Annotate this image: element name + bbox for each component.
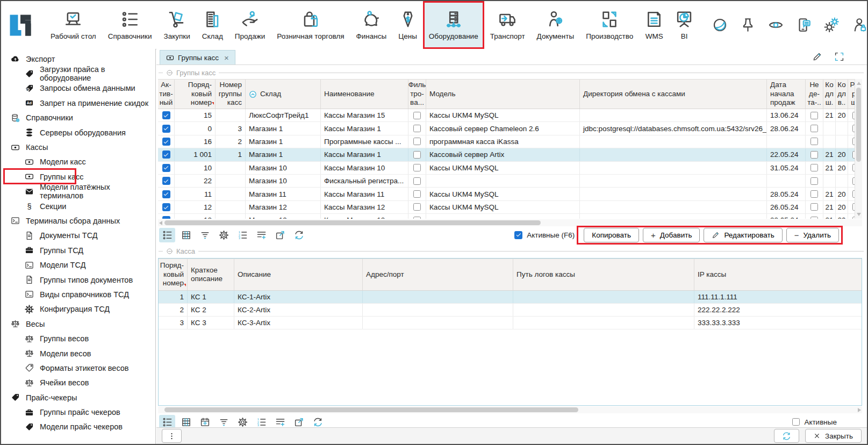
active-filter-checkbox[interactable] [792, 418, 800, 426]
column-header-ip[interactable]: IP кассы [694, 259, 862, 290]
tab-groups-kass[interactable]: Группы касс × [160, 50, 235, 64]
sidebar-item[interactable]: Кассы [1, 140, 155, 154]
gear-icon[interactable] [216, 228, 232, 242]
cell-ne[interactable] [805, 148, 823, 161]
sidebar-item[interactable]: Модели весов [1, 346, 155, 361]
column-header-addr[interactable]: Адрес/порт [362, 259, 513, 290]
sidebar-item[interactable]: Группы весов [1, 331, 155, 346]
column-header-short[interactable]: Краткое описание [187, 259, 234, 290]
column-header-order[interactable]: Поряд- ковый номер [174, 80, 215, 109]
list-add-icon[interactable] [253, 228, 269, 242]
row-checkbox[interactable] [162, 150, 170, 159]
cell-active[interactable] [158, 122, 174, 134]
row-checkbox[interactable] [413, 151, 421, 159]
clock-icon[interactable] [712, 17, 728, 33]
row-checkbox[interactable] [413, 125, 421, 132]
cell-ne[interactable] [805, 109, 823, 121]
refresh-icon[interactable] [291, 228, 307, 242]
column-header-group[interactable]: Номер группы касс [215, 80, 245, 109]
numbered-list-icon[interactable]: 123 [234, 228, 250, 242]
row-checkbox[interactable] [162, 125, 170, 133]
sidebar-item[interactable]: AdЗапрет на применение скидок [1, 96, 155, 110]
column-header-dir[interactable]: Директория обмена с кассами [579, 80, 766, 109]
sidebar-item[interactable]: Ячейки весов [1, 376, 155, 390]
row-checkbox[interactable] [810, 112, 818, 119]
sidebar-item[interactable]: Группы касс [1, 169, 155, 184]
row-checkbox[interactable] [810, 217, 818, 219]
column-header-num[interactable]: Поряд- ковый номер [159, 259, 187, 290]
sidebar-item[interactable]: Форматы этикеток весов [1, 361, 155, 375]
cell-filter[interactable] [408, 214, 426, 219]
sidebar-item[interactable]: Прайс-чекеры [1, 390, 155, 405]
table-row[interactable]: 1 0011Магазин 1Кассы Магазин 1Кассовый с… [158, 148, 862, 161]
sidebar-item[interactable]: Справочники [1, 111, 155, 125]
column-header-kosh[interactable]: Ко дл ш. [823, 80, 835, 109]
button-pencil[interactable]: Редактировать [704, 228, 782, 242]
sidebar-item[interactable]: Группы типов документов [1, 272, 155, 287]
toolbar-item-building[interactable]: Склад [196, 1, 229, 49]
sidebar-item[interactable]: Серверы оборудования [1, 125, 155, 140]
sidebar-item[interactable]: Модели ТСД [1, 257, 155, 272]
sidebar-item[interactable]: Документы ТСД [1, 228, 155, 243]
cell-active[interactable] [158, 109, 174, 121]
cell-ne[interactable] [805, 122, 823, 134]
row-checkbox[interactable] [810, 138, 818, 145]
button-plus[interactable]: +Добавить [643, 228, 700, 242]
row-checkbox[interactable] [810, 164, 818, 171]
close-button[interactable]: Закрыть [805, 429, 862, 443]
toolbar-item-price-tag[interactable]: Цены [392, 1, 423, 49]
button-minus[interactable]: −Удалить [786, 228, 839, 242]
chat-icon[interactable] [796, 17, 812, 33]
table-row[interactable]: 12Магазин 12Кассы Магазин 12Кассы UKM4 M… [158, 201, 862, 214]
cell-active[interactable] [158, 148, 174, 161]
column-header-ne[interactable]: Не де- та-.. [805, 80, 823, 109]
row-checkbox[interactable] [810, 190, 818, 198]
sidebar-item[interactable]: Загрузки прайса в оборудование [1, 66, 155, 81]
row-checkbox[interactable] [413, 177, 421, 185]
table-row[interactable]: 3КС 3КС-3-Artix333.33.3.333 [159, 317, 862, 329]
sidebar-item[interactable]: SЗапросы обмена данными [1, 81, 155, 96]
cell-active[interactable] [158, 162, 174, 174]
cell-filter[interactable] [408, 148, 426, 161]
list-view-icon[interactable] [159, 228, 175, 242]
refresh-button[interactable] [774, 429, 799, 443]
row-checkbox[interactable] [413, 217, 421, 219]
row-checkbox[interactable] [162, 216, 170, 219]
cell-ne[interactable] [805, 188, 823, 200]
table-row[interactable]: 162Магазин 1Программные кассы ...програм… [158, 135, 862, 148]
column-header-log[interactable]: Путь логов кассы [513, 259, 694, 290]
sidebar-item[interactable]: Модели прайс чекеров [1, 420, 155, 434]
cell-ne[interactable] [805, 175, 823, 187]
column-header-name[interactable]: Наименование [320, 80, 408, 109]
table-row[interactable]: 1КС 1КС-1-Artix111.11.1.111 [159, 291, 862, 304]
sidebar-item[interactable]: Группы ТСД [1, 243, 155, 257]
sidebar-item[interactable]: Терминалы сбора данных [1, 213, 155, 228]
cell-filter[interactable] [408, 122, 426, 134]
cell-ne[interactable] [805, 201, 823, 213]
toolbar-item-list[interactable]: Справочники [102, 1, 158, 49]
row-checkbox[interactable] [810, 177, 818, 185]
sort-ascending-icon[interactable] [249, 90, 257, 98]
toolbar-item-bags[interactable]: Розничная торговля [271, 1, 350, 49]
column-header-model[interactable]: Модель [426, 80, 579, 109]
horizontal-scrollbar[interactable] [158, 219, 862, 226]
cell-ne[interactable] [805, 214, 823, 219]
column-header-sklad[interactable]: Склад [245, 80, 320, 109]
cell-ne[interactable] [805, 162, 823, 174]
cell-filter[interactable] [408, 175, 426, 187]
toolbar-item-desktop[interactable]: Рабочий стол [45, 1, 102, 49]
row-checkbox[interactable] [810, 203, 818, 211]
more-menu-button[interactable] [162, 429, 182, 443]
toolbar-item-person-globe[interactable]: Документы [531, 1, 580, 49]
tab-close-icon[interactable]: × [224, 53, 229, 62]
table-row[interactable]: 15ЛюксСофтТрейд1Кассы Магазин 15Кассы UK… [158, 109, 862, 122]
toolbar-item-production[interactable]: Производство [580, 1, 639, 49]
fullscreen-icon[interactable] [834, 52, 844, 62]
table-row[interactable]: 11Магазин 11Кассы Магазин 11Кассы UKM4 M… [158, 188, 862, 200]
row-checkbox[interactable] [413, 203, 421, 211]
sidebar-item[interactable]: Группы прайс чекеров [1, 405, 155, 419]
collapse-icon[interactable] [166, 69, 173, 76]
button-copy[interactable]: Копировать [584, 228, 639, 242]
cell-ne[interactable] [805, 135, 823, 148]
row-checkbox[interactable] [162, 190, 170, 198]
